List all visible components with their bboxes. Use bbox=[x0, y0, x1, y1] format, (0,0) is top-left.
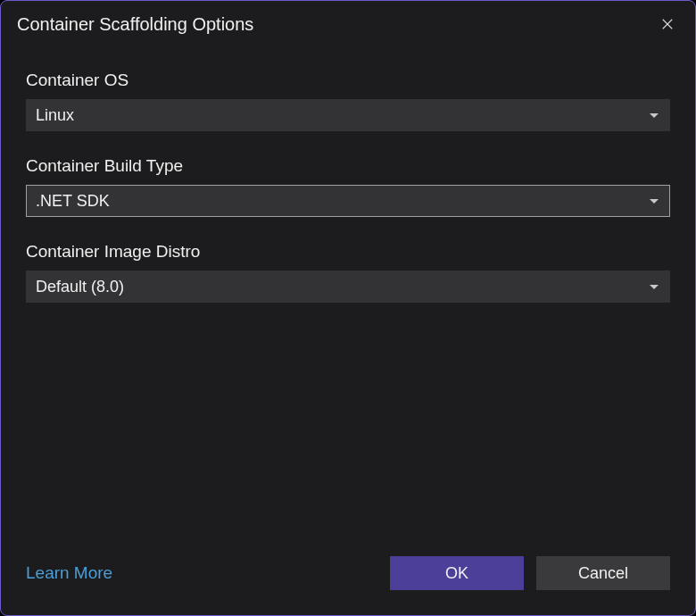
dialog-title: Container Scaffolding Options bbox=[17, 14, 253, 35]
container-os-field: Container OS Linux bbox=[26, 71, 670, 131]
close-button[interactable] bbox=[656, 12, 679, 36]
chevron-down-icon bbox=[650, 199, 659, 204]
container-os-value: Linux bbox=[36, 106, 74, 125]
container-image-distro-field: Container Image Distro Default (8.0) bbox=[26, 242, 670, 303]
container-image-distro-label: Container Image Distro bbox=[26, 242, 670, 262]
container-build-type-label: Container Build Type bbox=[26, 156, 670, 176]
container-build-type-dropdown[interactable]: .NET SDK bbox=[26, 185, 670, 217]
chevron-down-icon bbox=[650, 113, 659, 118]
footer-buttons: OK Cancel bbox=[390, 556, 670, 590]
container-image-distro-dropdown[interactable]: Default (8.0) bbox=[26, 271, 670, 303]
close-icon bbox=[659, 16, 675, 32]
dialog-footer: Learn More OK Cancel bbox=[1, 556, 695, 615]
titlebar: Container Scaffolding Options bbox=[1, 1, 695, 46]
container-build-type-field: Container Build Type .NET SDK bbox=[26, 156, 670, 217]
ok-button[interactable]: OK bbox=[390, 556, 524, 590]
container-build-type-value: .NET SDK bbox=[36, 192, 110, 211]
container-os-label: Container OS bbox=[26, 71, 670, 90]
container-image-distro-value: Default (8.0) bbox=[36, 278, 124, 296]
cancel-button[interactable]: Cancel bbox=[536, 556, 670, 590]
scaffolding-options-dialog: Container Scaffolding Options Container … bbox=[0, 0, 696, 616]
chevron-down-icon bbox=[650, 285, 659, 289]
dialog-content: Container OS Linux Container Build Type … bbox=[1, 46, 695, 556]
container-os-dropdown[interactable]: Linux bbox=[26, 99, 670, 131]
learn-more-link[interactable]: Learn More bbox=[26, 563, 112, 583]
